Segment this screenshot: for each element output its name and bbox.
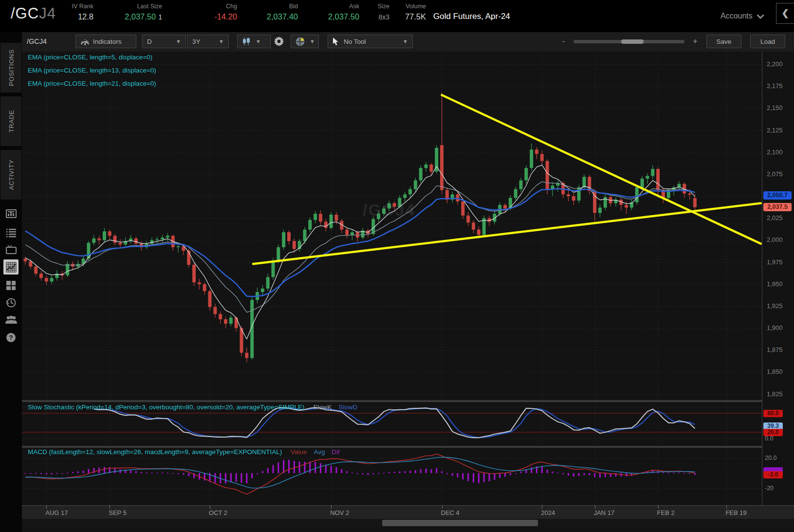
price-tick: 1,900 [767,324,783,331]
quote-stat-volume: Volume77.5K [348,3,426,21]
chart-settings-button[interactable] [272,35,289,48]
price-tick: 1,925 [767,302,783,310]
timeframe-value: D [147,38,152,45]
range-value: 3Y [192,38,201,45]
load-button[interactable]: Load [750,35,785,48]
chart-toolbar: /GCJ4 Indicators D▼ 3Y▼ ▼ ▼ No Tool ▼ - … [22,32,794,52]
sidebar-tab-positions[interactable]: POSITIONS [0,43,21,92]
time-tick-label: SEP 5 [109,509,127,516]
chevron-down-icon: ▼ [403,38,408,44]
grid-layout-dropdown[interactable]: ▼ [291,35,319,48]
time-tick-label: FEB 2 [657,509,675,516]
price-tick: 2,100 [767,148,783,156]
price-tick: 2,000 [767,236,783,243]
macd-value-legend: Value [291,448,307,456]
zoom-out-button[interactable]: - [562,37,565,46]
macd-avg-legend: Avg [314,448,325,456]
stat-value: 2,037.501 [84,12,162,21]
price-tick: 2,150 [767,104,783,111]
sidebar-tab-activity[interactable]: ACTIVITY [0,150,21,200]
news-icon[interactable] [3,206,18,221]
chart-grid-icon[interactable] [3,259,18,275]
timeframe-dropdown[interactable]: D▼ [142,35,186,48]
price-tick: 1,825 [767,390,783,398]
slowk-legend: SlowK [313,404,332,411]
quote-header: /GCJ4 IV Rank12.8Last Size2,037.501Chg-1… [0,0,794,32]
time-tick-label: JAN 17 [594,509,615,516]
range-dropdown[interactable]: 3Y▼ [187,35,229,48]
load-label: Load [760,38,775,45]
gear-icon [274,37,284,46]
chart-type-dropdown[interactable]: ▼ [237,35,271,48]
stochastic-label-text: Slow Stochastic (kPeriod=14, dPeriod=3, … [28,404,304,411]
quadrant-chart-icon [295,37,305,46]
stat-label: IV Rank [16,3,93,10]
drawing-tool-dropdown[interactable]: No Tool ▼ [328,35,413,48]
macd-axis-label: 20.0 [765,455,776,461]
time-tick-mark [46,506,47,509]
ema-label-0[interactable]: EMA (price=CLOSE, length=5, displace=0) [28,54,152,61]
save-label: Save [717,38,732,45]
zoom-slider[interactable] [573,40,684,43]
indicators-button[interactable]: Indicators [75,35,136,48]
macd-study-label[interactable]: MACD (fastLength=12, slowLength=26, macd… [28,448,340,456]
dashboard-icon[interactable] [3,278,18,293]
time-tick-mark [210,506,210,509]
stat-label: Volume [348,3,426,10]
stoch-axis-label: 0.0 [765,435,773,442]
price-tick: 2,075 [767,170,783,178]
scrollbar-thumb[interactable] [382,520,538,526]
drawing-tool-value: No Tool [344,38,366,45]
horizontal-scrollbar[interactable] [22,519,794,528]
zoom-slider-thumb[interactable] [621,39,644,44]
time-tick-label: 2024 [541,509,555,516]
price-tick: 1,950 [767,280,783,288]
price-tick: 1,975 [767,258,783,266]
candlestick-icon [242,37,251,46]
left-sidebar: POSITIONS TRADE ACTIVITY ? [0,32,22,532]
ema-label-2[interactable]: EMA (price=CLOSE, length=21, displace=0) [28,80,156,87]
macd-axis-label: -20 [765,485,774,492]
ema-label-1[interactable]: EMA (price=CLOSE, length=13, displace=0) [28,67,156,74]
history-icon[interactable] [3,295,18,310]
save-button[interactable]: Save [706,35,741,48]
macd-dif-legend: Dif [332,448,340,456]
time-tick-mark [110,506,110,509]
stat-value: 12.8 [16,12,93,21]
accounts-menu[interactable]: Accounts [720,12,764,20]
price-tick: 1,850 [767,368,783,375]
community-icon[interactable] [3,312,18,327]
toolbar-symbol-label: /GCJ4 [27,37,47,45]
time-axis[interactable]: AUG 17SEP 5OCT 2NOV 2DEC 42024JAN 17FEB … [22,505,794,519]
quote-stat-iv-rank: IV Rank12.8 [16,3,93,21]
accounts-label: Accounts [720,12,753,20]
price-tick: 2,125 [767,127,783,134]
time-tick-mark [331,506,332,509]
time-tick-mark [726,506,727,509]
time-tick-label: FEB 19 [725,509,746,516]
macd-label-text: MACD (fastLength=12, slowLength=26, macd… [28,448,282,456]
quote-stat-last-size: Last Size2,037.501 [84,3,162,21]
monitor-icon[interactable] [3,242,18,257]
chevron-down-icon: ▼ [219,38,224,44]
time-tick-mark [442,506,443,509]
price-tick: 1,875 [767,346,783,353]
chevron-down-icon: ▼ [176,38,181,44]
collapse-panel-button[interactable]: ❮ [776,3,794,24]
indicators-label: Indicators [93,38,122,45]
watchlist-icon[interactable] [3,225,18,240]
sidebar-tab-trade[interactable]: TRADE [0,96,21,146]
chevron-down-icon: ▼ [256,38,261,44]
chevron-left-icon: ❮ [781,8,789,18]
zoom-in-button[interactable]: + [693,37,698,46]
time-tick-label: DEC 4 [441,509,460,516]
stoch-axis-badge: 80.0 [763,410,783,417]
time-tick-mark [542,506,542,509]
price-chart-canvas[interactable] [22,52,794,532]
price-tick: 2,200 [767,60,783,68]
help-icon[interactable]: ? [3,330,18,345]
price-tick: 2,025 [767,214,783,221]
gauge-icon [80,37,90,46]
stochastic-study-label[interactable]: Slow Stochastic (kPeriod=14, dPeriod=3, … [28,404,357,411]
time-tick-mark [658,506,659,509]
